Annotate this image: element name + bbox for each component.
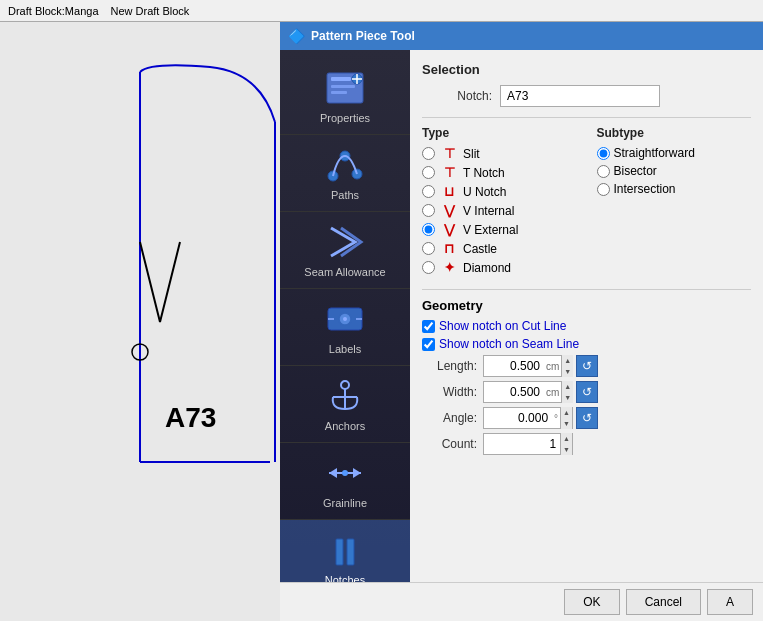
- length-down-arrow[interactable]: ▼: [562, 366, 573, 377]
- type-vexternal-row: ⋁ V External: [422, 222, 577, 237]
- sidebar-item-properties[interactable]: Properties: [280, 58, 410, 135]
- sidebar-item-grainline[interactable]: Grainline: [280, 443, 410, 520]
- width-down-arrow[interactable]: ▼: [562, 392, 573, 403]
- subtype-straightforward-row: Straightforward: [597, 146, 752, 160]
- width-reset-button[interactable]: ↺: [576, 381, 598, 403]
- angle-up-arrow[interactable]: ▲: [561, 407, 572, 418]
- sidebar-label-properties: Properties: [320, 112, 370, 124]
- show-cut-line-checkbox[interactable]: [422, 320, 435, 333]
- count-spinbox: ▲ ▼: [483, 433, 573, 455]
- sidebar-item-paths[interactable]: Paths: [280, 135, 410, 212]
- geometry-header: Geometry: [422, 298, 751, 313]
- type-vexternal-label[interactable]: V External: [463, 223, 518, 237]
- width-input[interactable]: [484, 383, 544, 401]
- count-down-arrow[interactable]: ▼: [561, 444, 572, 455]
- type-vinternal-radio[interactable]: [422, 204, 435, 217]
- type-vinternal-label[interactable]: V Internal: [463, 204, 514, 218]
- type-tnotch-radio[interactable]: [422, 166, 435, 179]
- new-draft-block-label: New Draft Block: [111, 5, 190, 17]
- width-arrows: ▲ ▼: [561, 381, 573, 403]
- show-cut-line-label[interactable]: Show notch on Cut Line: [439, 319, 566, 333]
- length-reset-button[interactable]: ↺: [576, 355, 598, 377]
- count-field: Count: ▲ ▼: [422, 433, 751, 455]
- angle-field: Angle: ° ▲ ▼ ↺: [422, 407, 751, 429]
- type-tnotch-label[interactable]: T Notch: [463, 166, 505, 180]
- canvas-area: A73: [0, 22, 280, 621]
- type-castle-radio[interactable]: [422, 242, 435, 255]
- angle-unit: °: [552, 413, 560, 424]
- count-input[interactable]: [484, 435, 560, 453]
- tool-panel: 🔷 Pattern Piece Tool: [280, 22, 763, 621]
- type-castle-label[interactable]: Castle: [463, 242, 497, 256]
- subtype-bisector-label[interactable]: Bisector: [614, 164, 657, 178]
- type-vexternal-radio[interactable]: [422, 223, 435, 236]
- sidebar-label-labels: Labels: [329, 343, 361, 355]
- type-diamond-label[interactable]: Diamond: [463, 261, 511, 275]
- width-unit: cm: [544, 387, 561, 398]
- cancel-button[interactable]: Cancel: [626, 589, 701, 615]
- show-cut-line-row: Show notch on Cut Line: [422, 319, 751, 333]
- apply-button[interactable]: A: [707, 589, 753, 615]
- width-spinbox: cm ▲ ▼: [483, 381, 573, 403]
- ok-button[interactable]: OK: [564, 589, 619, 615]
- show-seam-line-checkbox[interactable]: [422, 338, 435, 351]
- vexternal-icon: ⋁: [439, 222, 459, 237]
- tool-panel-header: 🔷 Pattern Piece Tool: [280, 22, 763, 50]
- count-arrows: ▲ ▼: [560, 433, 572, 455]
- vinternal-icon: ⋁: [439, 203, 459, 218]
- type-slit-radio[interactable]: [422, 147, 435, 160]
- type-castle-row: ⊓ Castle: [422, 241, 577, 256]
- type-slit-label[interactable]: Slit: [463, 147, 480, 161]
- angle-input[interactable]: [484, 409, 552, 427]
- type-diamond-radio[interactable]: [422, 261, 435, 274]
- sidebar: Properties Paths: [280, 50, 410, 582]
- subtype-straightforward-label[interactable]: Straightforward: [614, 146, 695, 160]
- selection-header: Selection: [422, 62, 751, 77]
- title-bar: Draft Block: Manga New Draft Block: [0, 0, 763, 22]
- length-spinbox: cm ▲ ▼: [483, 355, 573, 377]
- length-field: Length: cm ▲ ▼ ↺: [422, 355, 751, 377]
- count-up-arrow[interactable]: ▲: [561, 433, 572, 444]
- diamond-icon: ✦: [439, 260, 459, 275]
- svg-point-20: [341, 381, 349, 389]
- show-seam-line-label[interactable]: Show notch on Seam Line: [439, 337, 579, 351]
- type-header: Type: [422, 126, 577, 140]
- subtype-intersection-radio[interactable]: [597, 183, 610, 196]
- sidebar-item-anchors[interactable]: Anchors: [280, 366, 410, 443]
- count-label: Count:: [422, 437, 477, 451]
- angle-spinbox: ° ▲ ▼: [483, 407, 573, 429]
- unotch-icon: ⊔: [439, 184, 459, 199]
- length-input[interactable]: [484, 357, 544, 375]
- angle-reset-button[interactable]: ↺: [576, 407, 598, 429]
- subtype-intersection-label[interactable]: Intersection: [614, 182, 676, 196]
- length-up-arrow[interactable]: ▲: [562, 355, 573, 366]
- sidebar-item-labels[interactable]: Labels: [280, 289, 410, 366]
- type-unotch-row: ⊔ U Notch: [422, 184, 577, 199]
- width-label: Width:: [422, 385, 477, 399]
- show-seam-line-row: Show notch on Seam Line: [422, 337, 751, 351]
- angle-down-arrow[interactable]: ▼: [561, 418, 572, 429]
- svg-rect-10: [331, 85, 355, 88]
- draft-block-label: Draft Block:: [8, 5, 65, 17]
- type-unotch-radio[interactable]: [422, 185, 435, 198]
- castle-icon: ⊓: [439, 241, 459, 256]
- notch-input[interactable]: [500, 85, 660, 107]
- svg-point-17: [343, 317, 347, 321]
- subtype-bisector-radio[interactable]: [597, 165, 610, 178]
- subtype-straightforward-radio[interactable]: [597, 147, 610, 160]
- width-up-arrow[interactable]: ▲: [562, 381, 573, 392]
- sidebar-label-paths: Paths: [331, 189, 359, 201]
- subtype-intersection-row: Intersection: [597, 182, 752, 196]
- type-slit-row: ⊤ Slit: [422, 146, 577, 161]
- divider-1: [422, 117, 751, 118]
- tool-panel-icon: 🔷: [288, 28, 305, 44]
- svg-text:A73: A73: [165, 402, 216, 433]
- content-area: Selection Notch: Type ⊤ Slit: [410, 50, 763, 582]
- sidebar-label-notches: Notches: [325, 574, 365, 582]
- length-arrows: ▲ ▼: [561, 355, 573, 377]
- sidebar-item-seam-allowance[interactable]: Seam Allowance: [280, 212, 410, 289]
- type-unotch-label[interactable]: U Notch: [463, 185, 506, 199]
- selection-row: Notch:: [422, 85, 751, 107]
- sidebar-item-notches[interactable]: Notches: [280, 520, 410, 582]
- type-diamond-row: ✦ Diamond: [422, 260, 577, 275]
